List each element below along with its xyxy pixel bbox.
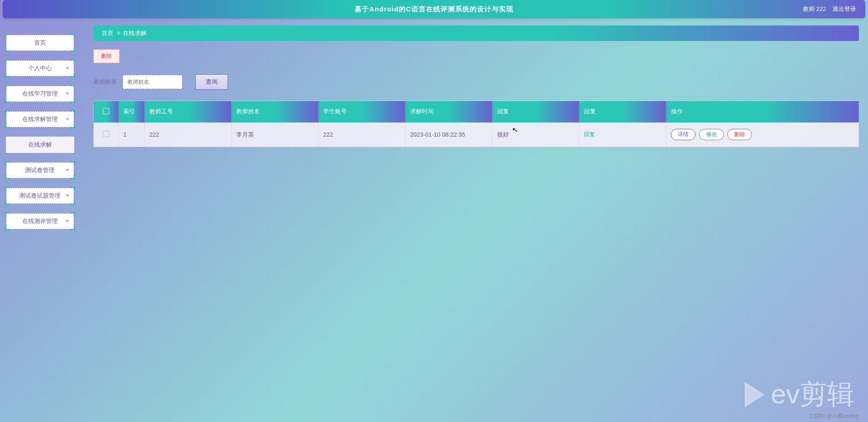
teacher-name-input[interactable] — [125, 77, 180, 87]
breadcrumb-separator-icon: ≡ — [117, 30, 119, 36]
app-header: 基于Android的C语言在线评测系统的设计与实现 教师 222 退出登录 — [3, 0, 865, 18]
sidebar-item-label: 测试卷试题管理 — [19, 192, 61, 200]
header-teacher-no: 教师工号 — [145, 101, 232, 122]
breadcrumb-home[interactable]: 首页 — [102, 29, 113, 37]
cell-student-acct: 222 — [319, 122, 406, 147]
cell-teacher-name: 李月英 — [232, 122, 319, 147]
header-index: 索引 — [119, 101, 145, 122]
select-all-checkbox[interactable] — [103, 108, 109, 114]
sidebar: 首页 个人中心 在线学习管理 在线求解管理 在线求解 测试卷管理 测试卷试题管理 — [0, 21, 80, 422]
current-user[interactable]: 教师 222 — [803, 5, 826, 13]
cell-reply1: 很好 — [492, 122, 579, 147]
teacher-name-input-wrap — [122, 75, 183, 89]
sidebar-item-eval[interactable]: 在线测评管理 — [6, 213, 74, 229]
sidebar-item-label: 在线求解 — [28, 141, 52, 149]
sidebar-item-label: 在线测评管理 — [22, 217, 58, 225]
content-area: 首页 ≡ 在线求解 删除 教师姓名 查询 索引 教师工号 教师姓名 — [80, 21, 868, 422]
sidebar-item-solve-manage[interactable]: 在线求解管理 — [6, 111, 74, 127]
sidebar-item-label: 首页 — [34, 39, 46, 47]
query-button[interactable]: 查询 — [195, 74, 228, 90]
chevron-down-icon — [66, 169, 69, 172]
header-student-acct: 学生账号 — [319, 101, 406, 122]
breadcrumb: 首页 ≡ 在线求解 — [93, 25, 859, 41]
sidebar-item-question[interactable]: 测试卷试题管理 — [6, 188, 74, 204]
sidebar-item-label: 在线学习管理 — [22, 90, 58, 98]
header-right: 教师 222 退出登录 — [803, 5, 856, 13]
breadcrumb-current: 在线求解 — [123, 29, 147, 37]
search-label: 教师姓名 — [93, 78, 117, 86]
header-reply1: 回复 — [492, 101, 579, 122]
toolbar: 删除 — [93, 49, 859, 63]
chevron-down-icon — [66, 118, 69, 121]
sidebar-item-exam[interactable]: 测试卷管理 — [6, 162, 74, 178]
sidebar-item-profile[interactable]: 个人中心 — [6, 60, 74, 76]
app-title: 基于Android的C语言在线评测系统的设计与实现 — [3, 5, 865, 14]
header-reply2: 回复 — [579, 101, 666, 122]
data-table: 索引 教师工号 教师姓名 学生账号 求解时间 回复 回复 操作 1 222 — [93, 101, 859, 147]
detail-button[interactable]: 详情 — [671, 129, 695, 140]
header-teacher-name: 教师姓名 — [232, 101, 319, 122]
bulk-delete-button[interactable]: 删除 — [93, 49, 120, 63]
sidebar-item-label: 个人中心 — [28, 64, 52, 72]
edit-button[interactable]: 修改 — [699, 129, 724, 140]
header-ops: 操作 — [666, 101, 859, 122]
row-delete-button[interactable]: 删除 — [727, 129, 752, 140]
cell-reply2: 回复 — [579, 122, 666, 147]
sidebar-item-study[interactable]: 在线学习管理 — [6, 86, 74, 102]
cell-teacher-no: 222 — [145, 122, 232, 147]
chevron-down-icon — [66, 195, 69, 197]
logout-link[interactable]: 退出登录 — [832, 5, 856, 13]
row-checkbox[interactable] — [103, 131, 109, 137]
reply-link[interactable]: 回复 — [584, 131, 595, 137]
table-header-row: 索引 教师工号 教师姓名 学生账号 求解时间 回复 回复 操作 — [94, 101, 859, 122]
sidebar-item-label: 测试卷管理 — [25, 166, 55, 174]
row-checkbox-cell — [94, 122, 119, 147]
sidebar-item-home[interactable]: 首页 — [6, 35, 74, 51]
sidebar-item-solve[interactable]: 在线求解 — [6, 137, 74, 153]
sidebar-item-label: 在线求解管理 — [22, 115, 58, 123]
header-solve-time: 求解时间 — [406, 101, 492, 122]
search-row: 教师姓名 查询 — [93, 74, 859, 90]
cell-index: 1 — [119, 122, 145, 147]
table-row: 1 222 李月英 222 2023-01-10 08:22:35 很好 回复 … — [94, 122, 859, 147]
chevron-down-icon — [66, 93, 69, 95]
cell-ops: 详情 修改 删除 — [666, 122, 859, 147]
header-checkbox-cell — [94, 101, 119, 122]
chevron-down-icon — [66, 67, 69, 70]
chevron-down-icon — [66, 220, 69, 223]
main-layout: 首页 个人中心 在线学习管理 在线求解管理 在线求解 测试卷管理 测试卷试题管理 — [0, 21, 868, 422]
cell-solve-time: 2023-01-10 08:22:35 — [406, 122, 492, 147]
